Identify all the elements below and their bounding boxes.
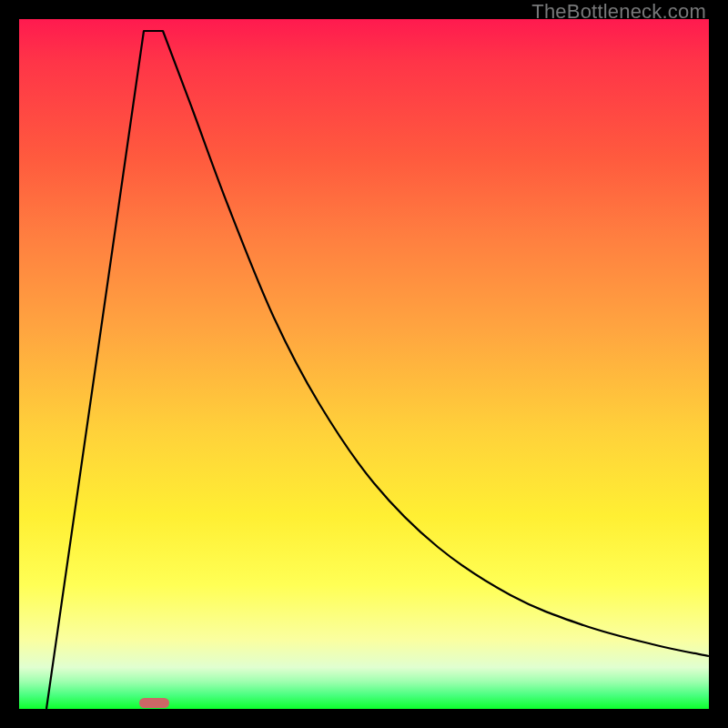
bottleneck-curve [46, 31, 709, 709]
curve-layer [19, 19, 709, 709]
watermark-text: TheBottleneck.com [531, 0, 706, 24]
chart-frame: TheBottleneck.com [0, 0, 728, 728]
optimal-marker [139, 698, 169, 708]
plot-area [19, 19, 709, 709]
